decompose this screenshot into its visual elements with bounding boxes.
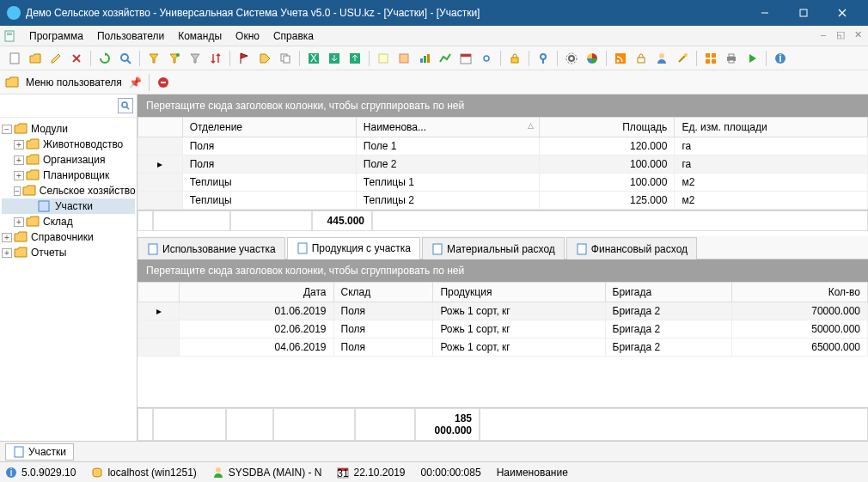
lock-icon[interactable] bbox=[505, 49, 524, 68]
delete-icon[interactable] bbox=[67, 49, 86, 68]
search-icon[interactable] bbox=[118, 98, 133, 113]
copy-icon[interactable] bbox=[276, 49, 295, 68]
refresh-icon[interactable] bbox=[95, 49, 114, 68]
col-date[interactable]: Дата bbox=[180, 283, 333, 302]
note-icon[interactable] bbox=[374, 49, 393, 68]
mdi-close-icon[interactable]: ✕ bbox=[851, 29, 865, 43]
tree-reports[interactable]: +Отчеты bbox=[2, 245, 135, 260]
svg-rect-4 bbox=[5, 31, 14, 41]
tree-warehouse[interactable]: +Склад bbox=[2, 214, 135, 229]
user-menu-label[interactable]: Меню пользователя bbox=[22, 75, 125, 90]
svg-rect-5 bbox=[7, 33, 12, 34]
sort-icon[interactable] bbox=[206, 49, 225, 68]
tab-usage[interactable]: Использование участка bbox=[138, 237, 285, 259]
color-icon[interactable] bbox=[583, 49, 602, 68]
svg-text:31: 31 bbox=[338, 467, 350, 479]
menu-window[interactable]: Окно bbox=[229, 27, 266, 45]
user-icon[interactable] bbox=[652, 49, 671, 68]
detail-tabs: Использование участка Продукция с участк… bbox=[138, 236, 868, 259]
production-grid[interactable]: Дата Склад Продукция Бригада Кол-во ▸01.… bbox=[138, 282, 868, 357]
svg-rect-52 bbox=[149, 244, 157, 254]
pin-icon[interactable]: 📌 bbox=[129, 76, 142, 88]
col-qty[interactable]: Кол-во bbox=[731, 283, 867, 302]
info-icon[interactable]: i bbox=[771, 49, 790, 68]
group-hint-top[interactable]: Перетащите сюда заголовок колонки, чтобы… bbox=[138, 95, 868, 117]
calendar-icon[interactable] bbox=[456, 49, 475, 68]
svg-rect-14 bbox=[284, 56, 290, 63]
grid-icon[interactable] bbox=[701, 49, 720, 68]
tree-modules[interactable]: −Модули bbox=[2, 121, 135, 137]
filter3-icon[interactable] bbox=[186, 49, 205, 68]
tab-production[interactable]: Продукция с участка bbox=[287, 237, 420, 259]
print-icon[interactable] bbox=[722, 49, 741, 68]
pin-icon[interactable] bbox=[534, 49, 553, 68]
database-icon bbox=[91, 467, 103, 479]
import-icon[interactable] bbox=[325, 49, 344, 68]
minimize-button[interactable] bbox=[745, 0, 784, 26]
link-icon[interactable] bbox=[477, 49, 496, 68]
table-row[interactable]: ПоляПоле 1120.000га bbox=[138, 137, 868, 156]
user-icon bbox=[212, 467, 224, 479]
table-row[interactable]: 04.06.2019ПоляРожь 1 сорт, кгБригада 265… bbox=[138, 339, 868, 357]
maximize-button[interactable] bbox=[784, 0, 822, 26]
content-area: Перетащите сюда заголовок колонки, чтобы… bbox=[138, 95, 868, 441]
menu-users[interactable]: Пользователи bbox=[90, 27, 171, 45]
window-tab-plots[interactable]: Участки bbox=[5, 443, 74, 461]
filter2-icon[interactable] bbox=[165, 49, 184, 68]
svg-point-33 bbox=[617, 59, 620, 62]
stop-icon[interactable] bbox=[156, 76, 170, 89]
table-row[interactable]: ТеплицыТеплицы 1100.000м2 bbox=[138, 174, 868, 192]
mdi-minimize-icon[interactable]: – bbox=[816, 29, 830, 43]
col-area[interactable]: Площадь bbox=[540, 118, 675, 137]
note2-icon[interactable] bbox=[394, 49, 413, 68]
flag-icon[interactable] bbox=[235, 49, 254, 68]
wand-icon[interactable] bbox=[673, 49, 692, 68]
svg-rect-20 bbox=[400, 54, 408, 63]
calendar-icon: 31 bbox=[337, 467, 349, 479]
menu-program[interactable]: Программа bbox=[22, 27, 90, 45]
close-button[interactable] bbox=[822, 0, 861, 26]
rss-icon[interactable] bbox=[611, 49, 630, 68]
col-warehouse[interactable]: Склад bbox=[333, 283, 433, 302]
col-product[interactable]: Продукция bbox=[433, 283, 605, 302]
tag-icon[interactable] bbox=[255, 49, 274, 68]
svg-rect-25 bbox=[461, 54, 471, 57]
col-brigade[interactable]: Бригада bbox=[605, 283, 731, 302]
chart-icon[interactable] bbox=[415, 49, 434, 68]
search-icon[interactable] bbox=[116, 49, 135, 68]
plots-grid[interactable]: Отделение Наименова... Площадь Ед. изм. … bbox=[138, 117, 868, 210]
export-icon[interactable] bbox=[345, 49, 364, 68]
col-name[interactable]: Наименова... bbox=[356, 118, 539, 137]
tree-planner[interactable]: +Планировщик bbox=[2, 168, 135, 183]
table-row[interactable]: ▸01.06.2019ПоляРожь 1 сорт, кгБригада 27… bbox=[138, 302, 868, 320]
tree-agri[interactable]: −Сельское хозяйство bbox=[2, 183, 135, 198]
svg-point-30 bbox=[566, 53, 577, 64]
tree-plots[interactable]: Участки bbox=[2, 198, 135, 214]
group-hint-bottom[interactable]: Перетащите сюда заголовок колонки, чтобы… bbox=[138, 259, 868, 282]
graph-icon[interactable] bbox=[436, 49, 455, 68]
menu-help[interactable]: Справка bbox=[266, 27, 321, 45]
mdi-restore-icon[interactable]: ◱ bbox=[834, 29, 847, 43]
tree-org[interactable]: +Организация bbox=[2, 152, 135, 168]
svg-point-37 bbox=[684, 53, 688, 57]
new-icon[interactable] bbox=[5, 49, 24, 68]
tab-finance[interactable]: Финансовый расход bbox=[566, 237, 697, 259]
menu-commands[interactable]: Команды bbox=[171, 27, 229, 45]
tree-livestock[interactable]: +Животноводство bbox=[2, 137, 135, 152]
tree-refs[interactable]: +Справочники bbox=[2, 229, 135, 245]
table-row[interactable]: 02.06.2019ПоляРожь 1 сорт, кгБригада 250… bbox=[138, 320, 868, 339]
play-icon[interactable] bbox=[743, 49, 761, 68]
col-unit[interactable]: Ед. изм. площади bbox=[675, 118, 868, 137]
excel-icon[interactable]: X bbox=[304, 49, 323, 68]
edit-icon[interactable] bbox=[46, 49, 65, 68]
svg-text:i: i bbox=[10, 467, 13, 479]
table-row[interactable]: ▸ПоляПоле 2100.000га bbox=[138, 156, 868, 174]
open-icon[interactable] bbox=[26, 49, 45, 68]
filter-icon[interactable] bbox=[144, 49, 163, 68]
tab-material[interactable]: Материальный расход bbox=[422, 237, 565, 259]
col-department[interactable]: Отделение bbox=[182, 118, 356, 137]
key-icon[interactable] bbox=[632, 49, 651, 68]
main-toolbar: X i bbox=[0, 46, 868, 70]
gear-icon[interactable] bbox=[562, 49, 581, 68]
table-row[interactable]: ТеплицыТеплицы 2125.000м2 bbox=[138, 192, 868, 210]
